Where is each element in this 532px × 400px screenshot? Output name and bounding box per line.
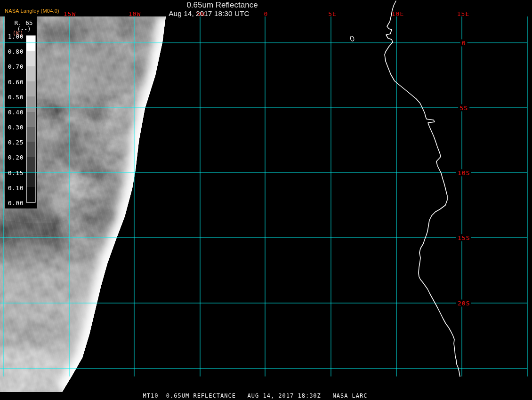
caption-bar <box>0 392 532 400</box>
scene-canvas <box>0 0 532 400</box>
satellite-product-view: 15W10W5W05E10E15E 05S10S15S20S 1.000.800… <box>0 0 532 400</box>
legend-panel <box>5 16 37 208</box>
legend-colorbar <box>26 36 35 202</box>
